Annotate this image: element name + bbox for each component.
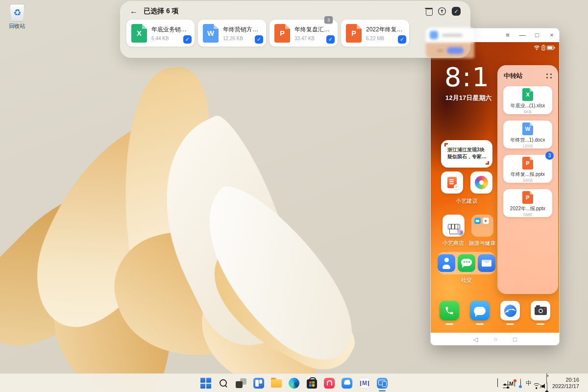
tray-battery-button[interactable] (546, 374, 547, 392)
xlsx-file-icon: X (131, 24, 147, 43)
gallery-app-icon[interactable] (470, 172, 492, 194)
app-label: 小艺商店 (438, 240, 469, 247)
multi-screen-collab-button[interactable] (373, 374, 391, 392)
nav-recent-button[interactable]: □ (513, 336, 517, 343)
input-method-indicator[interactable]: 中 (526, 379, 532, 388)
selected-file-card[interactable]: P 2022年终复盘汇... 6.22 MB ✓ (341, 20, 409, 47)
file-name: 年终复盘汇报.pptx (294, 25, 334, 34)
select-all-checkbox[interactable]: ✓ (452, 7, 461, 16)
share-icon[interactable] (438, 7, 446, 16)
file-size: 6KB (524, 109, 532, 114)
taskbar: M M 中 20:16 2022/12/17 (0, 373, 588, 392)
notes-app-icon[interactable] (441, 172, 463, 194)
tray-sync-button[interactable] (520, 379, 521, 388)
huawei-cloud-button[interactable] (338, 374, 356, 392)
toast-header (426, 27, 474, 43)
store-bag-icon (307, 379, 317, 389)
tray-pc-manager-button[interactable]: M (508, 379, 515, 388)
selected-file-card[interactable]: X 年底业务销售汇总... 6.44 KB ✓ (126, 20, 195, 47)
notes-glyph-icon (447, 177, 457, 188)
phone-screen: 8:1 12月17日星期六 浙江浦江发现3块疑似陨石，专家分... 小艺建议 小… (431, 42, 559, 333)
toast-action-button[interactable] (447, 47, 464, 54)
docx-file-icon: W (203, 24, 219, 43)
pc-manager-icon: M (359, 378, 370, 389)
task-view-icon (236, 378, 246, 388)
transfer-file-card[interactable]: P 2022年...报.pptx 6MB (503, 189, 552, 217)
store-app-icon[interactable] (442, 215, 465, 237)
file-size: 6MB (523, 212, 532, 217)
sms-app-icon[interactable] (470, 301, 490, 320)
start-button[interactable] (197, 374, 215, 392)
dock-indicator (476, 323, 484, 325)
envelope-icon (482, 260, 491, 267)
pc-manager-button[interactable]: M (356, 374, 373, 392)
folder-social[interactable] (438, 252, 495, 274)
dock-indicator (445, 323, 453, 325)
selected-file-card[interactable]: 3 P 年终复盘汇报.pptx 33.47 KB ✓ (270, 20, 338, 47)
file-count-badge: 3 (324, 16, 333, 24)
file-name: 年终复...报.pptx (511, 171, 545, 177)
file-name: 年终营销方案复盘... (223, 25, 262, 34)
collaboration-icon (377, 378, 388, 389)
folder-travel-health[interactable]: ♥ 旅游与健康 (466, 215, 498, 247)
file-checkbox[interactable]: ✓ (326, 35, 335, 44)
taskbar-search-button[interactable] (215, 374, 232, 392)
recycle-glyph: ♻ (13, 8, 21, 17)
nav-back-button[interactable]: ◁ (473, 336, 478, 343)
file-name: 2022年终复盘汇... (366, 25, 405, 34)
wifi-icon (534, 45, 540, 50)
phone-status-bar (534, 45, 555, 50)
selected-file-card[interactable]: W 年终营销方案复盘... 12.26 KB ✓ (198, 20, 266, 47)
file-name: 年底业...(1).xlsx (511, 102, 545, 109)
health-mini-icon: ♥ (483, 218, 489, 224)
folder-label: 旅游与健康 (466, 240, 498, 247)
appgallery-button[interactable] (320, 374, 338, 392)
edge-browser-button[interactable] (285, 374, 303, 392)
contacts-app-icon[interactable] (438, 254, 455, 272)
toast-text-placeholder (437, 49, 443, 52)
transfer-station-panel: 中转站 X 年底业...(1).xlsx 6KB W 年终营...1).docx… (497, 65, 558, 294)
app-celia-store[interactable]: 小艺商店 (438, 215, 469, 247)
camera-app-icon[interactable] (531, 301, 550, 320)
transfer-file-card[interactable]: 3 P 年终复...报.pptx 34KB (503, 155, 552, 183)
tray-clock[interactable]: 20:16 2022/12/17 (552, 377, 579, 390)
file-checkbox[interactable]: ✓ (398, 35, 406, 44)
selection-panel-header: ← 已选择 6 项 ✓ (120, 1, 470, 16)
microsoft-store-button[interactable] (303, 374, 320, 392)
pptx-file-icon: P (346, 24, 362, 43)
docx-file-icon: W (522, 122, 533, 135)
window-close-button[interactable]: × (544, 31, 559, 39)
folder-icon (271, 379, 282, 388)
toast-text-placeholder (442, 34, 463, 37)
transfer-file-card[interactable]: X 年底业...(1).xlsx 6KB (503, 86, 552, 114)
nav-home-button[interactable]: ○ (493, 336, 497, 343)
window-maximize-button[interactable]: □ (530, 31, 544, 39)
back-arrow-icon[interactable]: ← (130, 7, 138, 16)
phone-app-icon[interactable] (440, 301, 459, 320)
pc-manager-tray-icon: M (508, 381, 515, 387)
app-folder-icon[interactable]: ♥ (471, 215, 493, 237)
panel-menu-icon[interactable] (546, 74, 552, 79)
file-explorer-button[interactable] (268, 374, 285, 392)
widgets-button[interactable] (250, 374, 268, 392)
flower-glyph-icon (475, 176, 488, 189)
browser-app-icon[interactable] (500, 301, 520, 320)
transfer-file-card[interactable]: W 年终营...1).docx 12KB (503, 121, 552, 148)
file-name: 年终营...1).docx (510, 137, 545, 143)
delete-icon[interactable] (425, 7, 432, 15)
news-widget-card[interactable]: 浙江浦江发现3块疑似陨石，专家分... (441, 140, 492, 168)
window-menu-button[interactable]: ≡ (500, 31, 515, 39)
messages-app-icon[interactable] (458, 254, 475, 272)
celia-widget-label: 小艺建议 (441, 197, 492, 205)
recycle-bin[interactable]: ♻ 回收站 (3, 4, 31, 30)
task-view-button[interactable] (232, 374, 250, 392)
file-checkbox[interactable]: ✓ (255, 35, 263, 44)
store-badge-icon (458, 230, 463, 235)
file-checkbox[interactable]: ✓ (183, 35, 192, 44)
tray-show-hidden-button[interactable] (497, 379, 498, 388)
email-app-icon[interactable] (478, 254, 495, 272)
phone-date: 12月17日星期六 (445, 94, 492, 102)
travel-mini-icon (474, 218, 481, 224)
window-minimize-button[interactable]: — (515, 31, 530, 39)
xlsx-file-icon: X (522, 88, 533, 101)
